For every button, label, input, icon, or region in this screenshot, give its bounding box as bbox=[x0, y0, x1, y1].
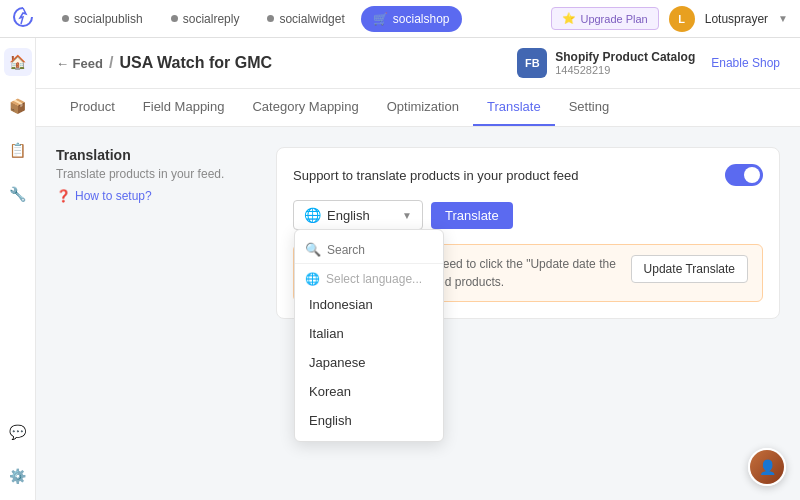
tab-socialreply[interactable]: socialreply bbox=[159, 6, 252, 32]
question-icon: ❓ bbox=[56, 189, 71, 203]
sidebar-icon-tools[interactable]: 🔧 bbox=[4, 180, 32, 208]
tab-optimization[interactable]: Optimization bbox=[373, 89, 473, 126]
tab-socialpublish[interactable]: socialpublish bbox=[50, 6, 155, 32]
header-right: FB Shopify Product Catalog 144528219 Ena… bbox=[517, 48, 780, 78]
page-title: USA Watch for GMC bbox=[119, 54, 272, 72]
tab-category-mapping[interactable]: Category Mapping bbox=[238, 89, 372, 126]
sidebar-icon-list[interactable]: 📋 bbox=[4, 136, 32, 164]
search-icon: 🔍 bbox=[305, 242, 321, 257]
tab-setting[interactable]: Setting bbox=[555, 89, 623, 126]
dropdown-item-japanese[interactable]: Japanese bbox=[295, 348, 443, 377]
dropdown-item-korean[interactable]: Korean bbox=[295, 377, 443, 406]
sidebar-icon-settings[interactable]: ⚙️ bbox=[4, 462, 32, 490]
translation-description: Translate products in your feed. bbox=[56, 167, 256, 181]
globe-small-icon: 🌐 bbox=[305, 272, 320, 286]
page-header: ← Feed / USA Watch for GMC FB Shopify Pr… bbox=[36, 38, 800, 89]
sidebar-icon-support[interactable]: 💬 bbox=[4, 418, 32, 446]
top-nav-tabs: socialpublish socialreply socialwidget 🛒… bbox=[50, 6, 551, 32]
support-avatar[interactable]: 👤 bbox=[748, 448, 786, 486]
layout: 🏠 📦 📋 🔧 💬 ⚙️ ← Feed / USA Watch for GMC … bbox=[0, 38, 800, 500]
update-translate-button[interactable]: Update Translate bbox=[631, 255, 748, 283]
top-nav-right: ⭐ Upgrade Plan L Lotusprayer ▼ bbox=[551, 6, 788, 32]
star-icon: ⭐ bbox=[562, 12, 576, 25]
support-label: Support to translate products in your pr… bbox=[293, 168, 578, 183]
right-panel: Support to translate products in your pr… bbox=[276, 147, 780, 319]
breadcrumb: ← Feed / USA Watch for GMC bbox=[56, 54, 272, 72]
user-name: Lotusprayer bbox=[705, 12, 768, 26]
how-to-setup-link[interactable]: ❓ How to setup? bbox=[56, 189, 256, 203]
dropdown-item-english[interactable]: English bbox=[295, 406, 443, 435]
tab-socialshop[interactable]: 🛒 socialshop bbox=[361, 6, 462, 32]
tab-field-mapping[interactable]: Field Mapping bbox=[129, 89, 239, 126]
dropdown-search-row: 🔍 bbox=[295, 236, 443, 264]
translation-title: Translation bbox=[56, 147, 256, 163]
chevron-down-icon[interactable]: ▼ bbox=[778, 13, 788, 24]
translate-button[interactable]: Translate bbox=[431, 202, 513, 229]
main-content: ← Feed / USA Watch for GMC FB Shopify Pr… bbox=[36, 38, 800, 500]
globe-icon: 🌐 bbox=[304, 207, 321, 223]
shopify-info: Shopify Product Catalog 144528219 bbox=[555, 50, 695, 76]
sidebar-icon-home[interactable]: 🏠 bbox=[4, 48, 32, 76]
language-row: 🌐 English ▼ 🔍 🌐 Select language... bbox=[293, 200, 763, 230]
dropdown-item-italian[interactable]: Italian bbox=[295, 319, 443, 348]
sidebar-icon-products[interactable]: 📦 bbox=[4, 92, 32, 120]
fb-icon: FB bbox=[517, 48, 547, 78]
content-area: Translation Translate products in your f… bbox=[36, 127, 800, 339]
support-row: Support to translate products in your pr… bbox=[293, 164, 763, 186]
dropdown-search-input[interactable] bbox=[327, 243, 433, 257]
sidebar: 🏠 📦 📋 🔧 💬 ⚙️ bbox=[0, 38, 36, 500]
page-tabs: Product Field Mapping Category Mapping O… bbox=[36, 89, 800, 127]
tab-product[interactable]: Product bbox=[56, 89, 129, 126]
language-select[interactable]: 🌐 English ▼ 🔍 🌐 Select language... bbox=[293, 200, 423, 230]
chevron-down-icon: ▼ bbox=[402, 210, 412, 221]
top-nav: socialpublish socialreply socialwidget 🛒… bbox=[0, 0, 800, 38]
selected-language: English bbox=[327, 208, 370, 223]
dropdown-item-indonesian[interactable]: Indonesian bbox=[295, 290, 443, 319]
dropdown-section-header: 🌐 Select language... bbox=[295, 268, 443, 290]
avatar: L bbox=[669, 6, 695, 32]
upgrade-button[interactable]: ⭐ Upgrade Plan bbox=[551, 7, 658, 30]
back-button[interactable]: ← Feed bbox=[56, 56, 103, 71]
enable-shop-button[interactable]: Enable Shop bbox=[711, 56, 780, 70]
tab-socialwidget[interactable]: socialwidget bbox=[255, 6, 356, 32]
logo bbox=[12, 6, 34, 31]
tab-translate[interactable]: Translate bbox=[473, 89, 555, 126]
left-panel: Translation Translate products in your f… bbox=[56, 147, 256, 319]
language-dropdown: 🔍 🌐 Select language... Indonesian Italia… bbox=[294, 229, 444, 442]
support-avatar-image: 👤 bbox=[750, 450, 784, 484]
shopify-badge: FB Shopify Product Catalog 144528219 bbox=[517, 48, 695, 78]
translate-toggle[interactable] bbox=[725, 164, 763, 186]
